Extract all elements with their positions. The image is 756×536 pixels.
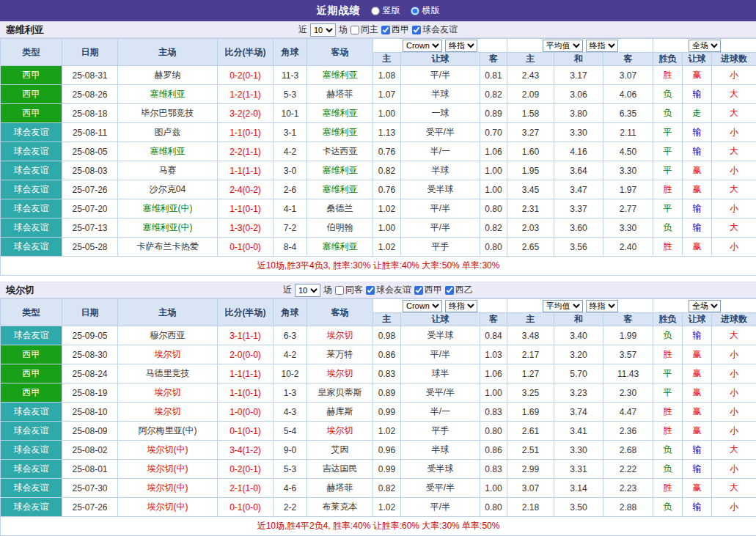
home-team-link[interactable]: 埃尔切(中) (118, 479, 218, 498)
euro-period-select[interactable]: 终指 (586, 300, 618, 312)
away-team-link[interactable]: 塞维利亚 (307, 66, 373, 85)
asia-handicap: 半/一 (401, 142, 480, 161)
filter-option-0[interactable]: 同主 (351, 23, 378, 36)
asia-home-odds: 0.96 (373, 441, 401, 460)
away-team-link[interactable]: 艾因 (307, 441, 373, 460)
home-team-link[interactable]: 马德里竞技 (118, 364, 218, 383)
view-option-vertical[interactable]: 竖版 (371, 4, 400, 17)
away-team-link[interactable]: 莱万特 (307, 345, 373, 364)
asia-away-odds: 0.80 (480, 199, 507, 219)
filter-checkbox-1[interactable] (381, 26, 390, 34)
home-team-link[interactable]: 埃尔切 (118, 345, 218, 364)
match-row: 球会友谊25-07-26埃尔切(中)0-1(0-0)2-2布莱克本1.02平/半… (1, 498, 756, 517)
filter-bar: 近10场同客球会友谊西甲西乙 (283, 284, 473, 297)
euro-average-select[interactable]: 平均值 (543, 300, 583, 312)
home-team-link[interactable]: 图卢兹 (118, 123, 218, 142)
match-count-select[interactable]: 10 (295, 284, 320, 297)
score-link[interactable]: 0-1(0-1) (218, 422, 274, 441)
view-horizontal-radio[interactable] (411, 7, 419, 15)
score-link[interactable]: 0-1(0-0) (218, 498, 274, 517)
home-team-link[interactable]: 马赛 (118, 161, 218, 180)
home-team-link[interactable]: 卡萨布兰卡热爱 (118, 238, 218, 257)
asia-company-select[interactable]: Crown (403, 40, 442, 52)
euro-period-select[interactable]: 终指 (586, 40, 618, 52)
home-team-link[interactable]: 穆尔西亚 (118, 326, 218, 345)
asia-company-select[interactable]: Crown (403, 300, 442, 312)
filter-checkbox-2[interactable] (414, 286, 423, 295)
view-vertical-radio[interactable] (371, 7, 380, 15)
away-team-link[interactable]: 伯明翰 (307, 219, 373, 238)
score-link[interactable]: 0-1(0-0) (218, 238, 274, 257)
score-link[interactable]: 3-1(1-1) (218, 326, 274, 345)
home-team-link[interactable]: 塞维利亚(中) (118, 199, 218, 219)
asia-period-select[interactable]: 终指 (445, 40, 477, 52)
filter-option-1[interactable]: 西甲 (381, 23, 409, 36)
filter-option-2[interactable]: 西甲 (414, 284, 442, 296)
away-team-link[interactable]: 皇家贝蒂斯 (307, 383, 373, 403)
score-link[interactable]: 3-4(1-2) (218, 441, 274, 460)
score-link[interactable]: 2-0(0-0) (218, 345, 274, 364)
score-link[interactable]: 3-2(2-0) (218, 104, 274, 123)
filter-checkbox-3[interactable] (445, 286, 454, 295)
away-team-link[interactable]: 桑德兰 (307, 199, 373, 219)
away-team-link[interactable]: 赫库斯 (307, 403, 373, 422)
filter-option-2[interactable]: 球会友谊 (412, 23, 458, 36)
score-link[interactable]: 1-2(1-1) (218, 85, 274, 104)
asia-away-odds: 0.80 (480, 422, 507, 441)
away-team-link[interactable]: 塞维利亚 (307, 104, 373, 123)
scope-select[interactable]: 全场 (689, 300, 721, 312)
scope-select[interactable]: 全场 (689, 40, 721, 52)
score-link[interactable]: 1-1(0-1) (218, 123, 274, 142)
away-team-link[interactable]: 塞维利亚 (307, 123, 373, 142)
view-option-horizontal[interactable]: 横版 (411, 4, 440, 17)
home-team-link[interactable]: 毕尔巴鄂竞技 (118, 104, 218, 123)
filter-checkbox-2[interactable] (412, 26, 421, 34)
score-link[interactable]: 1-1(0-1) (218, 199, 274, 219)
away-team-link[interactable]: 塞维利亚 (307, 238, 373, 257)
home-team-link[interactable]: 埃尔切(中) (118, 441, 218, 460)
score-link[interactable]: 2-4(0-2) (218, 180, 274, 199)
filter-option-0[interactable]: 同客 (335, 284, 363, 296)
filter-checkbox-0[interactable] (335, 286, 344, 295)
away-team-link[interactable]: 吉达国民 (307, 460, 373, 479)
score-link[interactable]: 2-2(1-1) (218, 142, 274, 161)
away-team-link[interactable]: 塞维利亚 (307, 161, 373, 180)
filter-checkbox-1[interactable] (366, 286, 375, 295)
score-link[interactable]: 1-1(1-1) (218, 161, 274, 180)
column-subheader: 让球 (401, 53, 480, 66)
filter-checkbox-label: 西乙 (455, 284, 473, 296)
corner-score: 5-3 (274, 85, 307, 104)
home-team-link[interactable]: 塞维利亚 (118, 142, 218, 161)
home-team-link[interactable]: 沙尔克04 (118, 180, 218, 199)
away-team-link[interactable]: 卡达西亚 (307, 142, 373, 161)
column-subheader: 客 (480, 313, 507, 326)
home-team-link[interactable]: 埃尔切(中) (118, 498, 218, 517)
filter-checkbox-0[interactable] (351, 26, 359, 34)
away-team-link[interactable]: 布莱克本 (307, 498, 373, 517)
euro-average-select[interactable]: 平均值 (543, 40, 583, 52)
score-link[interactable]: 1-0(0-0) (218, 403, 274, 422)
home-team-link[interactable]: 埃尔切(中) (118, 460, 218, 479)
score-link[interactable]: 2-1(1-0) (218, 479, 274, 498)
away-team-link[interactable]: 埃尔切 (307, 422, 373, 441)
score-link[interactable]: 1-1(1-1) (218, 364, 274, 383)
filter-option-1[interactable]: 球会友谊 (366, 284, 411, 296)
home-team-link[interactable]: 塞维利亚(中) (118, 219, 218, 238)
match-count-select[interactable]: 10 (310, 23, 336, 37)
home-team-link[interactable]: 埃尔切 (118, 383, 218, 403)
score-link[interactable]: 1-3(0-2) (218, 219, 274, 238)
score-link[interactable]: 0-2(0-1) (218, 460, 274, 479)
home-team-link[interactable]: 阿尔梅里亚(中) (118, 422, 218, 441)
score-link[interactable]: 1-1(0-1) (218, 383, 274, 403)
home-team-link[interactable]: 赫罗纳 (118, 66, 218, 85)
filter-option-3[interactable]: 西乙 (445, 284, 473, 296)
away-team-link[interactable]: 赫塔菲 (307, 479, 373, 498)
away-team-link[interactable]: 埃尔切 (307, 364, 373, 383)
away-team-link[interactable]: 塞维利亚 (307, 180, 373, 199)
score-link[interactable]: 0-2(0-1) (218, 66, 274, 85)
asia-period-select[interactable]: 终指 (445, 300, 477, 312)
home-team-link[interactable]: 埃尔切 (118, 403, 218, 422)
away-team-link[interactable]: 埃尔切 (307, 326, 373, 345)
home-team-link[interactable]: 塞维利亚 (118, 85, 218, 104)
away-team-link[interactable]: 赫塔菲 (307, 85, 373, 104)
